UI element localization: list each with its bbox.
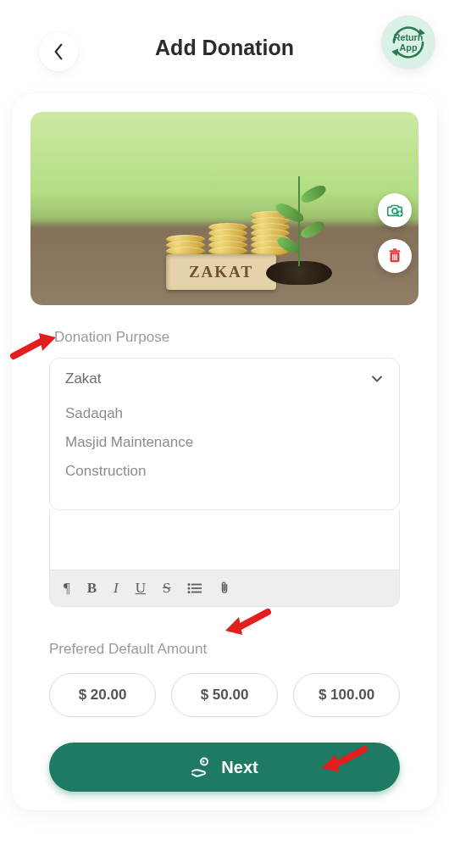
return-app-icon: Return App	[385, 19, 431, 65]
donation-purpose-select[interactable]: Zakat	[50, 359, 399, 399]
chevron-left-icon	[53, 43, 64, 60]
hero-plaque: ZAKAT	[166, 254, 276, 290]
donation-purpose-dropdown: Zakat Sadaqah Masjid Maintenance Constru…	[49, 358, 400, 510]
plant-decoration	[266, 261, 332, 285]
svg-point-13	[188, 591, 191, 593]
page-title: Add Donation	[155, 36, 294, 60]
main-card: ZAKAT	[12, 93, 437, 810]
delete-photo-button[interactable]	[378, 239, 412, 273]
camera-add-icon	[385, 201, 404, 220]
back-button[interactable]	[39, 32, 78, 71]
svg-point-4	[392, 209, 397, 214]
svg-marker-1	[391, 48, 398, 56]
hero-image: ZAKAT	[30, 112, 419, 305]
amount-option-2[interactable]: $ 50.00	[171, 673, 278, 717]
dropdown-option[interactable]: Sadaqah	[65, 399, 384, 428]
add-photo-button[interactable]	[378, 193, 412, 227]
list-icon	[187, 582, 202, 594]
toolbar-italic-button[interactable]: I	[114, 580, 119, 597]
editor-toolbar: ¶ B I U S	[49, 570, 400, 607]
svg-rect-10	[191, 584, 202, 586]
paperclip-icon	[219, 581, 230, 596]
svg-rect-12	[191, 587, 202, 589]
toolbar-list-button[interactable]	[187, 582, 202, 594]
donation-purpose-label: Donation Purpose	[54, 329, 419, 346]
svg-rect-8	[393, 248, 397, 250]
editor-input[interactable]	[49, 510, 400, 570]
annotation-arrow	[8, 332, 59, 361]
header: Add Donation Return App	[12, 20, 437, 75]
svg-text:Return: Return	[394, 32, 424, 42]
amount-option-1[interactable]: $ 20.00	[49, 673, 156, 717]
amount-option-3[interactable]: $ 100.00	[293, 673, 400, 717]
svg-point-11	[188, 587, 191, 590]
svg-rect-14	[191, 592, 202, 593]
toolbar-strike-button[interactable]: S	[163, 580, 170, 597]
amount-options: $ 20.00 $ 50.00 $ 100.00	[49, 673, 400, 717]
next-button-label: Next	[221, 758, 258, 777]
return-app-button[interactable]: Return App	[381, 15, 435, 70]
dropdown-selected-value: Zakat	[65, 370, 102, 387]
toolbar-paragraph-button[interactable]: ¶	[64, 580, 70, 597]
annotation-arrow	[222, 607, 273, 636]
svg-text:App: App	[400, 42, 418, 53]
toolbar-bold-button[interactable]: B	[87, 580, 97, 597]
toolbar-attach-button[interactable]	[219, 581, 230, 596]
dropdown-option[interactable]: Masjid Maintenance	[65, 428, 384, 457]
svg-marker-16	[39, 333, 56, 351]
svg-marker-17	[225, 617, 242, 635]
default-amount-label: Prefered Default Amount	[49, 641, 419, 658]
chevron-down-icon	[370, 372, 384, 386]
next-button[interactable]: Next	[49, 743, 400, 792]
svg-point-9	[188, 583, 191, 586]
trash-icon	[385, 247, 404, 265]
toolbar-underline-button[interactable]: U	[136, 580, 146, 597]
svg-rect-7	[390, 250, 401, 252]
dropdown-option[interactable]: Construction	[65, 457, 384, 486]
donate-hand-icon	[191, 756, 213, 778]
